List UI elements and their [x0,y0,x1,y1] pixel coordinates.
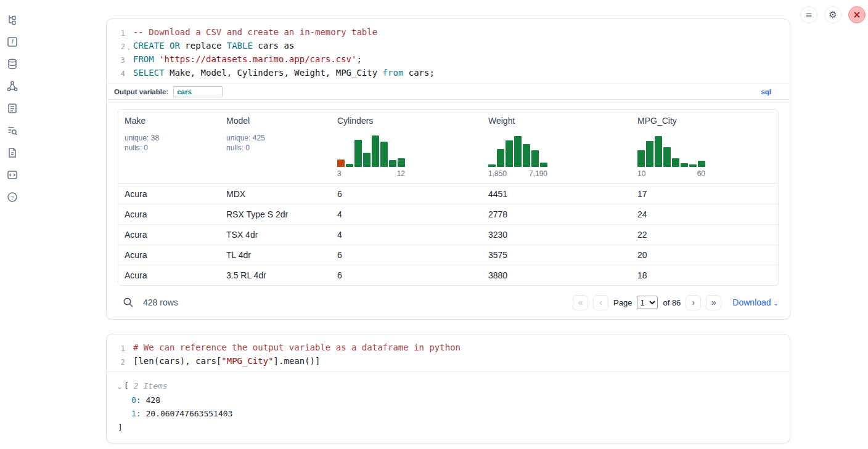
histogram-bar[interactable] [689,164,697,167]
table-cell: 22 [631,230,778,240]
column-histogram[interactable] [637,135,705,167]
table-cell: 4 [331,230,482,240]
table-cell: 4451 [482,189,631,199]
scratchpad-icon[interactable] [6,102,18,115]
settings-button[interactable]: ⚙ [824,6,841,23]
histogram-bar[interactable] [354,140,362,167]
output-list-item: 1: 20.060747663551403 [131,407,790,421]
python-code-editor[interactable]: 1# We can reference the output variable … [107,334,790,371]
prev-page-button[interactable]: ‹ [593,295,608,310]
file-tree-icon[interactable] [6,14,18,26]
column-histogram[interactable] [337,135,405,167]
table-cell: 3.5 RL 4dr [220,270,331,280]
table-cell: 6 [331,270,482,280]
code-line[interactable]: 2⌄CREATE OR replace TABLE cars as [107,39,790,53]
fold-chevron-icon[interactable]: ⌄ [127,41,130,54]
histogram-bar[interactable] [389,160,396,167]
item-index: 0: [131,395,141,405]
histogram-bar[interactable] [337,160,345,167]
histogram-max-label: 12 [397,169,405,178]
line-number: 2 [107,355,125,368]
table-row[interactable]: Acura3.5 RL 4dr6388018 [118,265,778,285]
menu-icon: ≡ [805,10,813,19]
table-row[interactable]: AcuraTSX 4dr4323022 [118,224,778,245]
table-row[interactable]: AcuraMDX6445117 [118,184,778,204]
output-variable-input[interactable] [173,86,223,97]
histogram-bar[interactable] [497,149,504,167]
histogram-bar[interactable] [372,136,379,167]
histogram-bar[interactable] [646,141,653,167]
column-name[interactable]: MPG_City [637,116,772,126]
next-page-button[interactable]: › [686,295,701,310]
output-list-entries: 0: 4281: 20.060747663551403 [118,394,790,421]
histogram-bar[interactable] [663,147,671,167]
histogram-bar[interactable] [363,153,371,167]
column-name[interactable]: Make [125,116,214,126]
search-icon[interactable] [123,297,134,308]
histogram-bar[interactable] [655,136,662,167]
snippets-icon[interactable] [6,169,18,181]
histogram-bar[interactable] [681,163,688,167]
table-cell: 6 [331,250,482,260]
histogram-bar[interactable] [672,158,679,167]
table-cell: 17 [631,189,778,199]
double-chevron-left-icon: « [578,297,583,307]
table-cell: TSX 4dr [220,230,331,240]
table-cell: 2778 [482,209,631,219]
python-output: ⌄[2 Items 0: 4281: 20.060747663551403 ] [107,371,790,443]
column-name[interactable]: Cylinders [337,116,476,126]
histogram-bar[interactable] [488,164,496,167]
histogram-bar[interactable] [523,144,530,167]
sql-code-editor[interactable]: 1-- Download a CSV and create an in-memo… [107,19,790,83]
dependency-graph-icon[interactable] [6,80,18,92]
data-table: Makeunique: 38nulls: 0Modelunique: 425nu… [118,109,779,286]
documentation-icon[interactable] [6,147,18,159]
histogram-range: 312 [337,169,405,178]
item-count: 2 Items [134,381,168,390]
help-icon[interactable]: ? [6,191,18,203]
code-text: [len(cars), cars["MPG_City"].mean()] [125,355,320,368]
page-select[interactable]: 1 [637,296,658,309]
first-page-button[interactable]: « [573,295,588,310]
page-total-label: of 86 [663,298,681,307]
shutdown-button[interactable]: × [848,6,866,23]
histogram-bar[interactable] [380,142,388,167]
histogram-bar[interactable] [637,150,645,167]
histogram-bar[interactable] [346,164,353,167]
histogram-bar[interactable] [698,161,705,167]
svg-text:?: ? [10,195,14,201]
table-cell: MDX [220,189,331,199]
histogram-bar[interactable] [514,136,522,167]
table-row[interactable]: AcuraTL 4dr6357520 [118,245,778,265]
column-header: Cylinders312 [331,110,482,183]
line-number: 3 [107,53,125,67]
code-line[interactable]: 1# We can reference the output variable … [107,341,790,355]
variables-icon[interactable] [6,124,18,137]
menu-button[interactable]: ≡ [800,6,817,23]
column-stats: unique: 38nulls: 0 [125,133,214,153]
column-name[interactable]: Model [226,116,325,126]
output-list-close: ] [118,421,790,434]
column-histogram[interactable] [488,135,547,167]
code-line[interactable]: 3FROM 'https://datasets.marimo.app/cars.… [107,53,790,67]
code-line[interactable]: 2[len(cars), cars["MPG_City"].mean()] [107,355,790,368]
histogram-bar[interactable] [531,150,539,167]
sql-cell-output: Makeunique: 38nulls: 0Modelunique: 425nu… [107,100,790,319]
output-list-item: 0: 428 [131,394,790,407]
histogram-bar[interactable] [540,163,547,167]
collapse-chevron-icon[interactable]: ⌄ [118,383,121,390]
column-name[interactable]: Weight [488,116,625,126]
histogram-bar[interactable] [398,158,405,167]
datasources-icon[interactable] [6,58,18,70]
code-line[interactable]: 1-- Download a CSV and create an in-memo… [107,26,790,39]
svg-text:f: f [11,38,14,46]
table-row[interactable]: AcuraRSX Type S 2dr4277824 [118,204,778,224]
last-page-button[interactable]: » [706,295,721,310]
download-button[interactable]: Download ⌄ [732,297,779,307]
functions-icon[interactable]: f [6,36,18,48]
code-line[interactable]: 4SELECT Make, Model, Cylinders, Weight, … [107,67,790,80]
chevron-right-icon: › [692,297,695,307]
python-cell: 1# We can reference the output variable … [106,334,790,443]
histogram-bar[interactable] [506,140,513,167]
table-body: AcuraMDX6445117AcuraRSX Type S 2dr427782… [118,184,778,285]
